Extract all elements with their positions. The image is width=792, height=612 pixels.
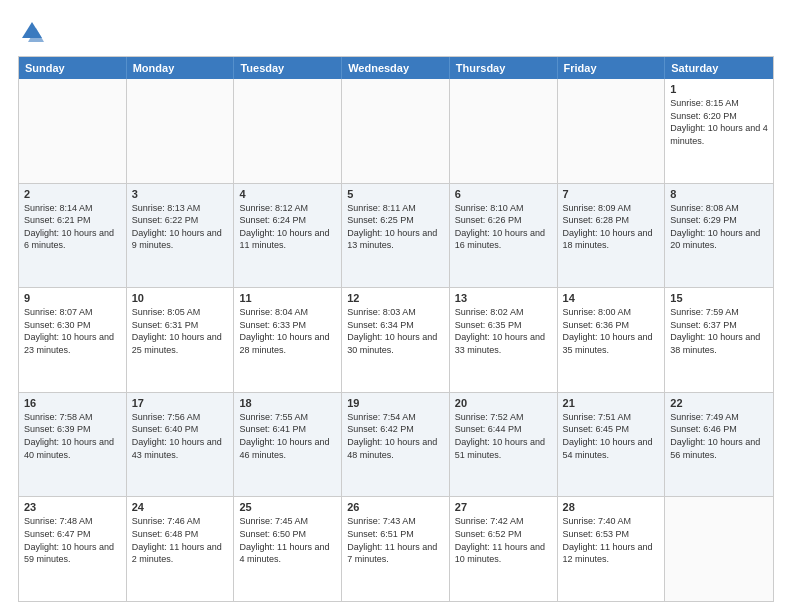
day-number: 12 <box>347 292 444 304</box>
calendar-cell: 12Sunrise: 8:03 AM Sunset: 6:34 PM Dayli… <box>342 288 450 392</box>
day-number: 9 <box>24 292 121 304</box>
day-info: Sunrise: 8:07 AM Sunset: 6:30 PM Dayligh… <box>24 306 121 356</box>
day-number: 7 <box>563 188 660 200</box>
day-number: 1 <box>670 83 768 95</box>
calendar-body: 1Sunrise: 8:15 AM Sunset: 6:20 PM Daylig… <box>19 79 773 601</box>
calendar-cell <box>665 497 773 601</box>
calendar-cell: 2Sunrise: 8:14 AM Sunset: 6:21 PM Daylig… <box>19 184 127 288</box>
day-number: 22 <box>670 397 768 409</box>
logo <box>18 18 50 46</box>
day-info: Sunrise: 7:54 AM Sunset: 6:42 PM Dayligh… <box>347 411 444 461</box>
day-info: Sunrise: 7:49 AM Sunset: 6:46 PM Dayligh… <box>670 411 768 461</box>
calendar-cell <box>19 79 127 183</box>
cal-header-day: Friday <box>558 57 666 79</box>
calendar-cell <box>234 79 342 183</box>
calendar-cell: 18Sunrise: 7:55 AM Sunset: 6:41 PM Dayli… <box>234 393 342 497</box>
day-info: Sunrise: 7:46 AM Sunset: 6:48 PM Dayligh… <box>132 515 229 565</box>
day-info: Sunrise: 7:40 AM Sunset: 6:53 PM Dayligh… <box>563 515 660 565</box>
calendar-cell: 10Sunrise: 8:05 AM Sunset: 6:31 PM Dayli… <box>127 288 235 392</box>
day-number: 11 <box>239 292 336 304</box>
calendar-cell: 27Sunrise: 7:42 AM Sunset: 6:52 PM Dayli… <box>450 497 558 601</box>
calendar: SundayMondayTuesdayWednesdayThursdayFrid… <box>18 56 774 602</box>
day-number: 14 <box>563 292 660 304</box>
calendar-cell: 17Sunrise: 7:56 AM Sunset: 6:40 PM Dayli… <box>127 393 235 497</box>
day-info: Sunrise: 8:04 AM Sunset: 6:33 PM Dayligh… <box>239 306 336 356</box>
calendar-cell: 4Sunrise: 8:12 AM Sunset: 6:24 PM Daylig… <box>234 184 342 288</box>
day-info: Sunrise: 7:43 AM Sunset: 6:51 PM Dayligh… <box>347 515 444 565</box>
calendar-cell <box>450 79 558 183</box>
calendar-cell <box>127 79 235 183</box>
day-number: 13 <box>455 292 552 304</box>
calendar-cell <box>342 79 450 183</box>
calendar-cell: 16Sunrise: 7:58 AM Sunset: 6:39 PM Dayli… <box>19 393 127 497</box>
day-number: 23 <box>24 501 121 513</box>
day-info: Sunrise: 7:42 AM Sunset: 6:52 PM Dayligh… <box>455 515 552 565</box>
day-number: 5 <box>347 188 444 200</box>
cal-header-day: Saturday <box>665 57 773 79</box>
day-number: 8 <box>670 188 768 200</box>
calendar-row: 1Sunrise: 8:15 AM Sunset: 6:20 PM Daylig… <box>19 79 773 183</box>
day-number: 28 <box>563 501 660 513</box>
calendar-cell: 7Sunrise: 8:09 AM Sunset: 6:28 PM Daylig… <box>558 184 666 288</box>
day-number: 6 <box>455 188 552 200</box>
day-info: Sunrise: 7:55 AM Sunset: 6:41 PM Dayligh… <box>239 411 336 461</box>
day-info: Sunrise: 8:09 AM Sunset: 6:28 PM Dayligh… <box>563 202 660 252</box>
calendar-cell: 22Sunrise: 7:49 AM Sunset: 6:46 PM Dayli… <box>665 393 773 497</box>
calendar-cell: 15Sunrise: 7:59 AM Sunset: 6:37 PM Dayli… <box>665 288 773 392</box>
day-info: Sunrise: 8:11 AM Sunset: 6:25 PM Dayligh… <box>347 202 444 252</box>
day-number: 15 <box>670 292 768 304</box>
cal-header-day: Tuesday <box>234 57 342 79</box>
day-info: Sunrise: 7:45 AM Sunset: 6:50 PM Dayligh… <box>239 515 336 565</box>
calendar-header: SundayMondayTuesdayWednesdayThursdayFrid… <box>19 57 773 79</box>
day-number: 19 <box>347 397 444 409</box>
day-number: 4 <box>239 188 336 200</box>
day-info: Sunrise: 7:51 AM Sunset: 6:45 PM Dayligh… <box>563 411 660 461</box>
calendar-cell: 20Sunrise: 7:52 AM Sunset: 6:44 PM Dayli… <box>450 393 558 497</box>
day-info: Sunrise: 7:58 AM Sunset: 6:39 PM Dayligh… <box>24 411 121 461</box>
calendar-cell: 14Sunrise: 8:00 AM Sunset: 6:36 PM Dayli… <box>558 288 666 392</box>
calendar-cell: 26Sunrise: 7:43 AM Sunset: 6:51 PM Dayli… <box>342 497 450 601</box>
calendar-cell: 28Sunrise: 7:40 AM Sunset: 6:53 PM Dayli… <box>558 497 666 601</box>
day-info: Sunrise: 8:13 AM Sunset: 6:22 PM Dayligh… <box>132 202 229 252</box>
day-info: Sunrise: 8:15 AM Sunset: 6:20 PM Dayligh… <box>670 97 768 147</box>
header <box>18 18 774 46</box>
day-info: Sunrise: 8:14 AM Sunset: 6:21 PM Dayligh… <box>24 202 121 252</box>
calendar-row: 2Sunrise: 8:14 AM Sunset: 6:21 PM Daylig… <box>19 183 773 288</box>
day-info: Sunrise: 8:02 AM Sunset: 6:35 PM Dayligh… <box>455 306 552 356</box>
day-number: 18 <box>239 397 336 409</box>
calendar-cell: 23Sunrise: 7:48 AM Sunset: 6:47 PM Dayli… <box>19 497 127 601</box>
calendar-cell: 11Sunrise: 8:04 AM Sunset: 6:33 PM Dayli… <box>234 288 342 392</box>
calendar-cell: 9Sunrise: 8:07 AM Sunset: 6:30 PM Daylig… <box>19 288 127 392</box>
day-info: Sunrise: 7:56 AM Sunset: 6:40 PM Dayligh… <box>132 411 229 461</box>
calendar-cell: 3Sunrise: 8:13 AM Sunset: 6:22 PM Daylig… <box>127 184 235 288</box>
cal-header-day: Wednesday <box>342 57 450 79</box>
cal-header-day: Sunday <box>19 57 127 79</box>
calendar-cell: 13Sunrise: 8:02 AM Sunset: 6:35 PM Dayli… <box>450 288 558 392</box>
day-info: Sunrise: 7:59 AM Sunset: 6:37 PM Dayligh… <box>670 306 768 356</box>
day-number: 17 <box>132 397 229 409</box>
calendar-cell: 5Sunrise: 8:11 AM Sunset: 6:25 PM Daylig… <box>342 184 450 288</box>
day-number: 2 <box>24 188 121 200</box>
day-number: 10 <box>132 292 229 304</box>
day-number: 27 <box>455 501 552 513</box>
day-info: Sunrise: 8:05 AM Sunset: 6:31 PM Dayligh… <box>132 306 229 356</box>
cal-header-day: Monday <box>127 57 235 79</box>
calendar-cell: 25Sunrise: 7:45 AM Sunset: 6:50 PM Dayli… <box>234 497 342 601</box>
day-number: 26 <box>347 501 444 513</box>
calendar-cell: 1Sunrise: 8:15 AM Sunset: 6:20 PM Daylig… <box>665 79 773 183</box>
calendar-row: 23Sunrise: 7:48 AM Sunset: 6:47 PM Dayli… <box>19 496 773 601</box>
day-number: 24 <box>132 501 229 513</box>
day-info: Sunrise: 8:03 AM Sunset: 6:34 PM Dayligh… <box>347 306 444 356</box>
day-info: Sunrise: 8:00 AM Sunset: 6:36 PM Dayligh… <box>563 306 660 356</box>
day-number: 3 <box>132 188 229 200</box>
calendar-cell: 8Sunrise: 8:08 AM Sunset: 6:29 PM Daylig… <box>665 184 773 288</box>
calendar-cell: 24Sunrise: 7:46 AM Sunset: 6:48 PM Dayli… <box>127 497 235 601</box>
cal-header-day: Thursday <box>450 57 558 79</box>
calendar-cell: 6Sunrise: 8:10 AM Sunset: 6:26 PM Daylig… <box>450 184 558 288</box>
day-info: Sunrise: 7:52 AM Sunset: 6:44 PM Dayligh… <box>455 411 552 461</box>
calendar-cell <box>558 79 666 183</box>
day-info: Sunrise: 8:08 AM Sunset: 6:29 PM Dayligh… <box>670 202 768 252</box>
day-info: Sunrise: 8:10 AM Sunset: 6:26 PM Dayligh… <box>455 202 552 252</box>
day-number: 16 <box>24 397 121 409</box>
day-number: 20 <box>455 397 552 409</box>
